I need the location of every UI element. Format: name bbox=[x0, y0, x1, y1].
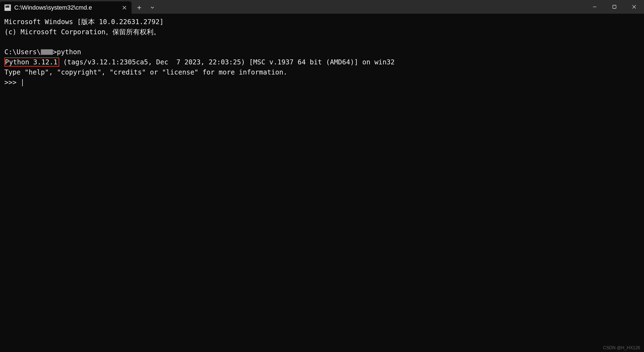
plus-icon bbox=[137, 5, 141, 10]
python-version-line: Python 3.12.1 (tags/v3.12.1:2305ca5, Dec… bbox=[4, 58, 395, 66]
active-tab[interactable]: C:\Windows\system32\cmd.e bbox=[0, 1, 132, 14]
titlebar: C:\Windows\system32\cmd.e bbox=[0, 0, 644, 14]
minimize-icon bbox=[592, 5, 597, 9]
python-help-line: Type "help", "copyright", "credits" or "… bbox=[4, 68, 287, 76]
close-icon bbox=[632, 5, 636, 9]
tab-close-button[interactable] bbox=[121, 4, 128, 12]
prompt-prefix: C:\Users\ bbox=[4, 48, 41, 56]
terminal-output[interactable]: Microsoft Windows [版本 10.0.22631.2792] (… bbox=[0, 14, 644, 91]
close-icon bbox=[122, 6, 126, 10]
window-controls bbox=[585, 0, 644, 14]
new-tab-button[interactable] bbox=[133, 2, 146, 13]
redacted-username bbox=[41, 49, 53, 55]
chevron-down-icon bbox=[150, 6, 154, 9]
cmd-prompt-line: C:\Users\>python bbox=[4, 48, 81, 56]
cmd-icon bbox=[4, 4, 11, 11]
titlebar-tab-controls bbox=[133, 0, 159, 14]
python-version-highlight: Python 3.12.1 bbox=[4, 58, 59, 67]
minimize-button[interactable] bbox=[585, 0, 605, 14]
maximize-button[interactable] bbox=[605, 0, 624, 14]
watermark: CSDN @H_HX126 bbox=[603, 345, 640, 350]
os-version-line: Microsoft Windows [版本 10.0.22631.2792] bbox=[4, 18, 164, 26]
tab-dropdown-button[interactable] bbox=[146, 2, 159, 13]
titlebar-drag-area[interactable] bbox=[159, 0, 585, 14]
text-cursor bbox=[22, 79, 23, 86]
maximize-icon bbox=[612, 5, 616, 9]
repl-prompt-line: >>> bbox=[4, 78, 23, 86]
svg-rect-5 bbox=[613, 5, 616, 8]
python-version-details: (tags/v3.12.1:2305ca5, Dec 7 2023, 22:03… bbox=[59, 58, 395, 66]
repl-prompt: >>> bbox=[4, 78, 21, 86]
copyright-line: (c) Microsoft Corporation。保留所有权利。 bbox=[4, 28, 160, 36]
tab-title: C:\Windows\system32\cmd.e bbox=[14, 4, 117, 11]
prompt-command: >python bbox=[53, 48, 81, 56]
window-close-button[interactable] bbox=[624, 0, 644, 14]
